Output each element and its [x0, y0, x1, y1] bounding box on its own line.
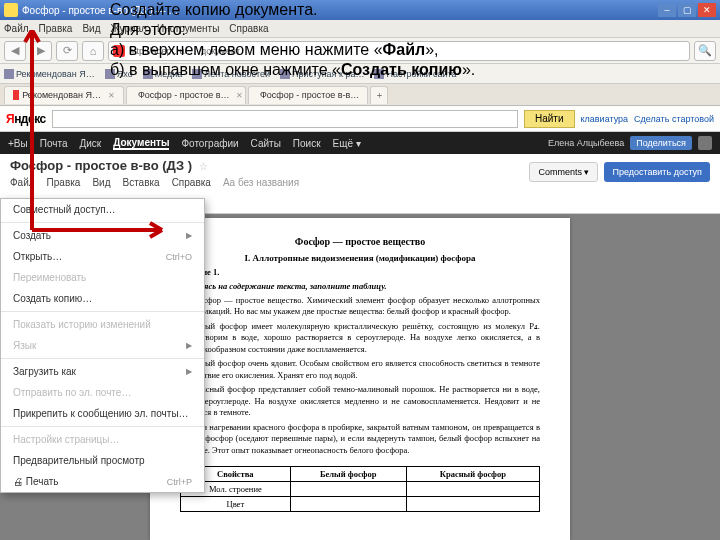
avatar[interactable]: [698, 136, 712, 150]
menu-print[interactable]: 🖨 ПечатьCtrl+P: [1, 471, 204, 492]
menu-email: Отправить по эл. почте…: [1, 382, 204, 403]
doc-title[interactable]: Фосфор - простое в-во (ДЗ ): [10, 158, 192, 173]
menu-new[interactable]: Создать▶: [1, 225, 204, 246]
browser-tab[interactable]: Рекомендован Я…✕: [4, 86, 124, 104]
window-close-button[interactable]: ✕: [698, 3, 716, 17]
browser-menu-file[interactable]: Файл: [4, 23, 29, 34]
chevron-right-icon: ▶: [186, 231, 192, 240]
gbar-share-button[interactable]: Поделиться: [630, 136, 692, 150]
address-bar[interactable]: http://adept.ru/… /документ: [108, 41, 690, 61]
menu-share[interactable]: Совместный доступ…: [1, 199, 204, 220]
bookmark-item[interactable]: Приступая к ра…: [280, 69, 364, 79]
star-icon[interactable]: ☆: [199, 161, 208, 172]
paragraph: При нагревании красного фосфора в пробир…: [180, 422, 540, 456]
window-minimize-button[interactable]: –: [658, 3, 676, 17]
browser-menu-edit[interactable]: Правка: [39, 23, 73, 34]
properties-table: СвойстваБелый фосфорКрасный фосфор Мол. …: [180, 466, 540, 512]
yandex-search-input[interactable]: [52, 110, 518, 128]
menu-make-copy[interactable]: Создать копию…: [1, 288, 204, 309]
print-icon: 🖨: [13, 476, 23, 487]
gbar-mail[interactable]: Почта: [40, 138, 68, 149]
doc-menu-insert[interactable]: Вставка: [122, 177, 159, 188]
gbar-user[interactable]: Елена Алцыбеева: [548, 138, 624, 148]
document-page: Фосфор — простое вещество I. Аллотропные…: [150, 218, 570, 540]
task-text: Опираясь на содержание текста, заполните…: [180, 281, 540, 291]
browser-tabs: Рекомендован Я…✕ Фосфор - простое в…✕ Фо…: [0, 84, 720, 106]
doc-menu-file[interactable]: Файл: [10, 177, 35, 188]
menu-page-setup: Настройки страницы…: [1, 429, 204, 450]
close-icon[interactable]: ✕: [236, 91, 243, 100]
table-header: Красный фосфор: [406, 467, 539, 482]
menu-rename: Переименовать: [1, 267, 204, 288]
gbar-photos[interactable]: Фотографии: [181, 138, 238, 149]
close-icon[interactable]: ✕: [366, 91, 368, 100]
document-app: Фосфор - простое в-во (ДЗ ) ☆ Файл Правк…: [0, 154, 720, 540]
bookmark-item[interactable]: Рекомендован Я…: [4, 69, 95, 79]
gbar-more[interactable]: Ещё ▾: [333, 138, 361, 149]
menu-open[interactable]: Открыть…Ctrl+O: [1, 246, 204, 267]
chevron-right-icon: ▶: [186, 341, 192, 350]
paragraph: Белый фосфор очень ядовит. Особым свойст…: [180, 358, 540, 381]
paragraph: Белый фосфор имеет молекулярную кристалл…: [180, 321, 540, 355]
google-top-bar: +Вы Почта Диск Документы Фотографии Сайт…: [0, 132, 720, 154]
bookmark-item[interactable]: Медиа: [143, 69, 183, 79]
yandex-search-button[interactable]: Найти: [524, 110, 575, 128]
new-tab-button[interactable]: ＋: [370, 86, 388, 104]
url-text: http://adept.ru/… /документ: [129, 46, 240, 56]
doc-menu-help[interactable]: Справка: [172, 177, 211, 188]
page-heading: Фосфор — простое вещество: [180, 236, 540, 247]
window-title: Фосфор - простое в-во (ДЗ ) — …: [22, 5, 178, 16]
table-header: Белый фосфор: [290, 467, 406, 482]
yandex-keyboard-link[interactable]: клавиатура: [581, 114, 629, 124]
paragraph: Красный фосфор представляет собой темно-…: [180, 384, 540, 418]
nav-reload-button[interactable]: ⟳: [56, 41, 78, 61]
browser-menu-tools[interactable]: Инструменты: [157, 23, 219, 34]
paragraph: Фосфор — простое вещество. Химический эл…: [180, 295, 540, 318]
menu-language: Язык▶: [1, 335, 204, 356]
bookmark-item[interactable]: Настройки сайта: [374, 69, 456, 79]
browser-menubar: Файл Правка Вид Журнал Инструменты Справ…: [0, 20, 720, 38]
doc-menu-untitled: Aa без названия: [223, 177, 299, 188]
browser-navbar: ◀ ▶ ⟳ ⌂ http://adept.ru/… /документ 🔍: [0, 38, 720, 64]
comments-button[interactable]: Comments ▾: [529, 162, 598, 182]
bookmark-item[interactable]: Яхо: [105, 69, 133, 79]
gbar-sites[interactable]: Сайты: [251, 138, 281, 149]
window-maximize-button[interactable]: ▢: [678, 3, 696, 17]
bookmarks-bar: Рекомендован Я… Яхо Медиа Лента новостей…: [0, 64, 720, 84]
gbar-documents[interactable]: Документы: [113, 137, 169, 150]
table-cell: Цвет: [181, 497, 291, 512]
menu-revision-history: Показать историю изменений: [1, 314, 204, 335]
browser-tab[interactable]: Фосфор - простое в-в…✕: [248, 86, 368, 104]
menu-email-attach[interactable]: Прикрепить к сообщению эл. почты…: [1, 403, 204, 424]
browser-menu-help[interactable]: Справка: [229, 23, 268, 34]
yandex-homepage-link[interactable]: Сделать стартовой: [634, 114, 714, 124]
page-subheading: I. Аллотропные видоизменения (модификаци…: [180, 253, 540, 263]
app-icon: [4, 3, 18, 17]
site-favicon: [113, 45, 125, 57]
gbar-search[interactable]: Поиск: [293, 138, 321, 149]
doc-menu-edit[interactable]: Правка: [47, 177, 81, 188]
share-button[interactable]: Предоставить доступ: [604, 162, 710, 182]
browser-tab[interactable]: Фосфор - простое в…✕: [126, 86, 246, 104]
nav-back-button[interactable]: ◀: [4, 41, 26, 61]
bookmark-item[interactable]: Лента новостей: [192, 69, 270, 79]
gbar-drive[interactable]: Диск: [79, 138, 101, 149]
close-icon[interactable]: ✕: [108, 91, 115, 100]
content-area: Фосфор - простое в-во (ДЗ ) ☆ Файл Правк…: [0, 154, 720, 540]
nav-search-button[interactable]: 🔍: [694, 41, 716, 61]
menu-print-preview[interactable]: Предварительный просмотр: [1, 450, 204, 471]
nav-forward-button[interactable]: ▶: [30, 41, 52, 61]
gbar-plusyou[interactable]: +Вы: [8, 138, 28, 149]
yandex-searchbar: Яндекс Найти клавиатура Сделать стартово…: [0, 106, 720, 132]
doc-menu-view[interactable]: Вид: [92, 177, 110, 188]
browser-menu-history[interactable]: Журнал: [110, 23, 147, 34]
menu-download-as[interactable]: Загрузить как▶: [1, 361, 204, 382]
nav-home-button[interactable]: ⌂: [82, 41, 104, 61]
yandex-logo[interactable]: Яндекс: [6, 112, 46, 126]
window-titlebar: Фосфор - простое в-во (ДЗ ) — … – ▢ ✕: [0, 0, 720, 20]
browser-menu-view[interactable]: Вид: [82, 23, 100, 34]
file-dropdown: Совместный доступ… Создать▶ Открыть…Ctrl…: [0, 198, 205, 493]
chevron-right-icon: ▶: [186, 367, 192, 376]
